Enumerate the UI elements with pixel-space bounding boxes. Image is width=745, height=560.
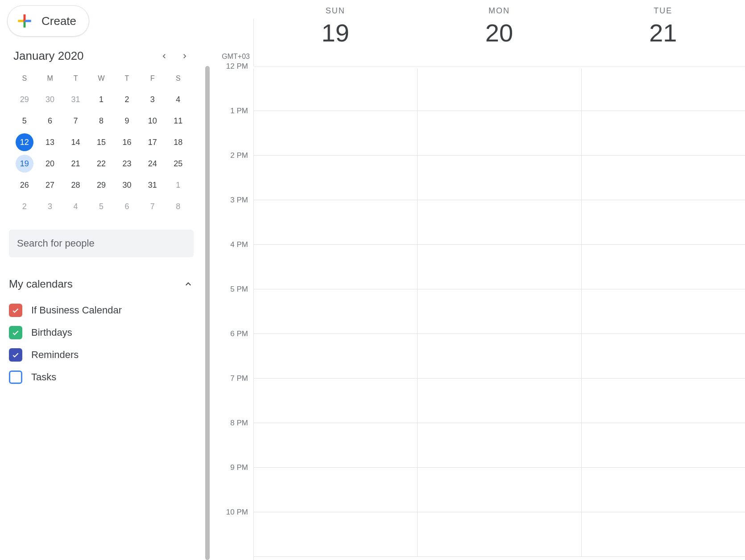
next-month-button[interactable] [178, 50, 191, 62]
mini-cal-day[interactable]: 10 [140, 110, 165, 132]
grid-cell[interactable] [253, 200, 417, 244]
grid-cell[interactable] [417, 423, 581, 467]
grid-cell[interactable] [253, 379, 417, 423]
scrollbar[interactable] [205, 66, 210, 560]
grid-cell[interactable] [581, 66, 745, 111]
mini-cal-day[interactable]: 24 [140, 153, 165, 174]
calendar-item[interactable]: If Business Calendar [9, 299, 194, 321]
mini-cal-day[interactable]: 23 [114, 153, 140, 174]
calendar-item[interactable]: Tasks [9, 366, 194, 388]
mini-cal-day[interactable]: 6 [114, 196, 140, 217]
hour-row[interactable]: 3 PM [253, 200, 745, 245]
mini-cal-day[interactable]: 25 [166, 153, 191, 174]
mini-cal-day[interactable]: 11 [166, 110, 191, 132]
search-people-input[interactable] [17, 238, 186, 249]
grid-cell[interactable] [253, 334, 417, 378]
mini-cal-day[interactable]: 7 [63, 110, 88, 132]
mini-cal-day[interactable]: 2 [12, 196, 37, 217]
grid-cell[interactable] [253, 289, 417, 334]
search-people-box[interactable] [9, 230, 194, 257]
calendar-checkbox[interactable] [9, 326, 22, 339]
hour-row[interactable]: 1 PM [253, 111, 745, 156]
grid-cell[interactable] [417, 468, 581, 512]
mini-cal-day[interactable]: 3 [37, 196, 62, 217]
mini-cal-day[interactable]: 29 [12, 89, 37, 110]
grid-cell[interactable] [253, 423, 417, 467]
mini-cal-day[interactable]: 1 [88, 89, 114, 110]
mini-cal-day[interactable]: 30 [114, 174, 140, 196]
mini-cal-day[interactable]: 6 [37, 110, 62, 132]
mini-cal-day[interactable]: 31 [63, 89, 88, 110]
mini-cal-day[interactable]: 16 [114, 132, 140, 153]
calendar-checkbox[interactable] [9, 371, 22, 384]
mini-cal-day[interactable]: 3 [140, 89, 165, 110]
grid-cell[interactable] [417, 334, 581, 378]
mini-cal-day[interactable]: 2 [114, 89, 140, 110]
mini-cal-day[interactable]: 18 [166, 132, 191, 153]
create-button[interactable]: Create [7, 5, 89, 37]
hour-row[interactable]: 2 PM [253, 156, 745, 200]
grid-cell[interactable] [581, 200, 745, 244]
hour-grid[interactable]: 12 PM1 PM2 PM3 PM4 PM5 PM6 PM7 PM8 PM9 P… [253, 66, 745, 560]
grid-cell[interactable] [581, 156, 745, 200]
grid-cell[interactable] [581, 512, 745, 556]
grid-cell[interactable] [417, 200, 581, 244]
hour-row[interactable]: 6 PM [253, 334, 745, 379]
mini-cal-day[interactable]: 22 [88, 153, 114, 174]
grid-cell[interactable] [253, 245, 417, 289]
mini-cal-day[interactable]: 12 [12, 132, 37, 153]
hour-row[interactable]: 4 PM [253, 245, 745, 289]
grid-cell[interactable] [581, 334, 745, 378]
grid-cell[interactable] [581, 468, 745, 512]
grid-cell[interactable] [417, 66, 581, 111]
hour-row[interactable]: 8 PM [253, 423, 745, 468]
grid-cell[interactable] [581, 289, 745, 334]
mini-cal-day[interactable]: 19 [12, 153, 37, 174]
mini-cal-day[interactable]: 8 [88, 110, 114, 132]
grid-cell[interactable] [417, 289, 581, 334]
day-column-header[interactable]: SUN19 [253, 0, 417, 66]
prev-month-button[interactable] [158, 50, 170, 62]
mini-cal-day[interactable]: 9 [114, 110, 140, 132]
grid-cell[interactable] [581, 245, 745, 289]
my-calendars-toggle[interactable]: My calendars [9, 278, 194, 290]
day-column-header[interactable]: TUE21 [581, 0, 745, 66]
calendar-item[interactable]: Birthdays [9, 321, 194, 344]
mini-cal-day[interactable]: 17 [140, 132, 165, 153]
day-column-header[interactable]: MON20 [417, 0, 581, 66]
grid-cell[interactable] [417, 111, 581, 155]
mini-cal-day[interactable]: 30 [37, 89, 62, 110]
calendar-checkbox[interactable] [9, 348, 22, 362]
hour-row[interactable]: 10 PM [253, 512, 745, 557]
mini-cal-day[interactable]: 20 [37, 153, 62, 174]
hour-row[interactable]: 7 PM [253, 379, 745, 423]
calendar-checkbox[interactable] [9, 304, 22, 317]
grid-cell[interactable] [253, 111, 417, 155]
grid-cell[interactable] [417, 512, 581, 556]
mini-cal-day[interactable]: 21 [63, 153, 88, 174]
mini-cal-day[interactable]: 1 [166, 174, 191, 196]
calendar-item[interactable]: Reminders [9, 344, 194, 366]
grid-cell[interactable] [581, 423, 745, 467]
mini-cal-day[interactable]: 8 [166, 196, 191, 217]
mini-cal-day[interactable]: 4 [63, 196, 88, 217]
grid-cell[interactable] [253, 66, 417, 111]
grid-cell[interactable] [417, 379, 581, 423]
mini-cal-day[interactable]: 27 [37, 174, 62, 196]
grid-cell[interactable] [417, 156, 581, 200]
grid-cell[interactable] [581, 111, 745, 155]
hour-row[interactable]: 9 PM [253, 468, 745, 512]
mini-cal-day[interactable]: 26 [12, 174, 37, 196]
grid-cell[interactable] [253, 512, 417, 556]
mini-cal-day[interactable]: 31 [140, 174, 165, 196]
mini-cal-day[interactable]: 7 [140, 196, 165, 217]
mini-cal-day[interactable]: 4 [166, 89, 191, 110]
grid-cell[interactable] [417, 245, 581, 289]
mini-cal-day[interactable]: 5 [88, 196, 114, 217]
mini-cal-day[interactable]: 13 [37, 132, 62, 153]
grid-cell[interactable] [581, 379, 745, 423]
grid-cell[interactable] [253, 468, 417, 512]
mini-cal-day[interactable]: 14 [63, 132, 88, 153]
mini-cal-day[interactable]: 29 [88, 174, 114, 196]
mini-cal-day[interactable]: 28 [63, 174, 88, 196]
